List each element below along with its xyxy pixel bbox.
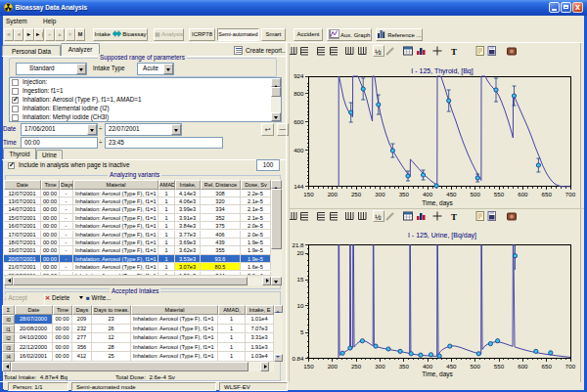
svg-text:924: 924 xyxy=(294,72,304,79)
svg-text:T: T xyxy=(451,212,457,222)
svg-text:600: 600 xyxy=(518,191,528,197)
svg-text:150: 150 xyxy=(303,191,314,197)
svg-text:21.8: 21.8 xyxy=(292,241,304,248)
svg-text:½: ½ xyxy=(375,213,382,222)
svg-text:400: 400 xyxy=(423,191,433,197)
svg-text:Time, days: Time, days xyxy=(422,199,453,207)
svg-text:550: 550 xyxy=(494,363,505,370)
svg-text:Time, days: Time, days xyxy=(422,370,453,378)
svg-text:550: 550 xyxy=(494,191,505,197)
svg-text:T: T xyxy=(451,47,457,57)
svg-text:800: 800 xyxy=(294,90,304,97)
svg-text:150: 150 xyxy=(303,363,314,370)
svg-text:I - 125, Urine, [Bq/day]: I - 125, Urine, [Bq/day] xyxy=(408,232,476,240)
svg-text:½: ½ xyxy=(375,48,382,57)
svg-text:10: 10 xyxy=(297,302,304,309)
svg-text:300: 300 xyxy=(375,363,385,370)
svg-text:5: 5 xyxy=(300,328,304,335)
svg-text:450: 450 xyxy=(446,191,457,197)
svg-text:20: 20 xyxy=(297,249,304,256)
svg-text:400: 400 xyxy=(294,147,304,153)
svg-text:0.84: 0.84 xyxy=(292,355,304,362)
svg-text:600: 600 xyxy=(294,118,304,125)
svg-text:15: 15 xyxy=(297,276,304,283)
svg-text:650: 650 xyxy=(542,191,553,197)
svg-text:700: 700 xyxy=(565,363,576,370)
svg-text:200: 200 xyxy=(328,191,339,197)
svg-text:200: 200 xyxy=(328,363,339,370)
svg-text:250: 250 xyxy=(351,191,362,197)
svg-text:500: 500 xyxy=(471,191,481,197)
svg-text:500: 500 xyxy=(471,363,481,370)
svg-text:450: 450 xyxy=(446,363,457,370)
svg-text:300: 300 xyxy=(375,191,385,197)
svg-text:350: 350 xyxy=(399,191,410,197)
svg-text:350: 350 xyxy=(399,363,410,370)
svg-text:400: 400 xyxy=(423,363,433,370)
svg-text:700: 700 xyxy=(565,191,576,197)
svg-text:600: 600 xyxy=(518,363,528,370)
svg-text:650: 650 xyxy=(542,363,553,370)
svg-text:144: 144 xyxy=(294,183,304,190)
svg-text:250: 250 xyxy=(351,363,362,370)
svg-text:I - 125, Thyroid, [Bq]: I - 125, Thyroid, [Bq] xyxy=(411,67,473,75)
